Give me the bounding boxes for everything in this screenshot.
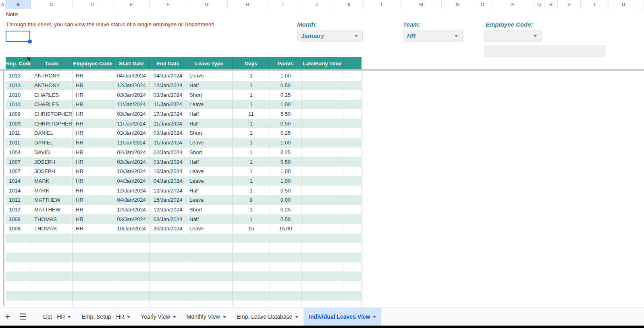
table-cell[interactable]: DAVID [31,148,73,157]
column-header-C[interactable]: C [31,0,73,9]
table-cell[interactable]: 1009 [6,119,31,128]
table-cell[interactable]: HR [73,90,113,100]
table-header-team[interactable]: Team [31,57,73,69]
table-cell[interactable]: Half [186,157,233,167]
table-cell[interactable] [270,234,301,243]
table-cell[interactable]: HR [73,128,113,138]
table-cell[interactable]: 10/Jan/2024 [113,167,150,176]
table-cell[interactable]: 11 [233,109,270,119]
table-cell[interactable] [6,234,31,243]
table-cell[interactable] [343,291,361,301]
column-header-L[interactable]: L [364,0,401,9]
table-cell[interactable] [301,71,343,81]
table-cell[interactable]: JOSEPH [31,167,73,176]
table-cell[interactable]: HR [73,167,113,176]
table-cell[interactable] [301,119,343,128]
column-header-J[interactable]: J [298,0,335,9]
table-cell[interactable] [343,176,361,186]
table-cell[interactable]: HR [73,100,113,109]
column-header-N[interactable]: N [442,0,473,9]
table-cell[interactable]: 15.00 [270,224,301,234]
table-cell[interactable]: 03/Jan/2024 [113,90,150,100]
table-cell[interactable]: 12/Jan/2024 [113,205,150,215]
table-cell[interactable] [31,301,73,306]
table-cell[interactable]: Leave [186,71,233,81]
table-cell[interactable] [31,253,73,262]
column-header-U[interactable]: U [609,0,638,9]
column-header-E[interactable]: E [113,0,150,9]
table-cell[interactable] [113,243,150,253]
table-cell[interactable]: 5.50 [270,109,301,119]
table-cell[interactable]: CHRISTOPHER [31,119,73,128]
table-cell[interactable]: 1 [233,100,270,109]
table-cell[interactable]: HR [73,148,113,157]
table-cell[interactable] [73,253,113,262]
table-cell[interactable] [301,81,343,90]
column-header-S[interactable]: S [558,0,581,9]
table-cell[interactable]: 03/Jan/2024 [150,214,186,224]
table-cell[interactable]: 1007 [6,157,31,167]
table-cell[interactable] [6,272,31,281]
column-header-Q[interactable]: Q [534,0,544,9]
table-cell[interactable]: 30/Jan/2024 [150,224,186,234]
table-cell[interactable]: 03/Jan/2024 [113,157,150,167]
table-cell[interactable] [301,214,343,224]
table-cell[interactable]: Half [186,186,233,195]
table-cell[interactable] [150,262,186,272]
table-cell[interactable]: HR [73,176,113,186]
table-cell[interactable]: Leave [186,195,233,205]
table-cell[interactable] [150,281,186,291]
table-cell[interactable]: 1012 [6,205,31,215]
table-cell[interactable] [343,148,361,157]
column-header-T[interactable]: T [581,0,609,9]
table-cell[interactable]: THOMAS [31,224,73,234]
table-cell[interactable]: HR [73,214,113,224]
table-cell[interactable]: 1 [233,205,270,215]
table-cell[interactable]: JOSEPH [31,157,73,167]
table-cell[interactable]: 15/Jan/2024 [150,195,186,205]
column-header-K[interactable]: K [335,0,364,9]
table-cell[interactable]: HR [73,71,113,81]
table-cell[interactable] [113,253,150,262]
table-cell[interactable] [301,195,343,205]
table-cell[interactable] [6,281,31,291]
table-cell[interactable] [150,243,186,253]
table-cell[interactable]: 1007 [6,167,31,176]
table-cell[interactable]: 1.00 [270,71,301,81]
table-cell[interactable]: 04/Jan/2024 [113,176,150,186]
table-cell[interactable]: MARK [31,186,73,195]
table-cell[interactable]: 0.50 [270,214,301,224]
table-cell[interactable] [31,272,73,281]
table-cell[interactable] [343,205,361,215]
table-cell[interactable]: HR [73,157,113,167]
table-cell[interactable]: HR [73,195,113,205]
table-cell[interactable]: 0.50 [270,186,301,195]
table-cell[interactable]: 12/Jan/2024 [113,186,150,195]
table-cell[interactable]: 1.00 [270,100,301,109]
table-cell[interactable] [113,262,150,272]
table-cell[interactable] [343,186,361,195]
table-cell[interactable]: Leave [186,138,233,148]
table-cell[interactable]: 11/Jan/2024 [150,138,186,148]
table-cell[interactable]: Short [186,205,233,215]
sheet-tab-emp-setup-hr[interactable]: Emp. Setup - HR [76,308,135,326]
table-cell[interactable]: 03/Jan/2024 [150,157,186,167]
table-cell[interactable]: 1 [233,186,270,195]
table-cell[interactable] [186,291,233,301]
table-cell[interactable] [343,81,361,90]
table-cell[interactable]: 11/Jan/2024 [150,119,186,128]
table-cell[interactable] [343,234,361,243]
table-cell[interactable]: 1 [233,128,270,138]
table-cell[interactable]: HR [73,109,113,119]
table-cell[interactable]: 17/Jan/2024 [150,109,186,119]
table-cell[interactable]: 1013 [6,71,31,81]
table-cell[interactable] [270,262,301,272]
table-cell[interactable]: Leave [186,100,233,109]
table-cell[interactable] [31,262,73,272]
table-cell[interactable]: 04/Jan/2024 [150,176,186,186]
table-cell[interactable]: 04/Jan/2024 [113,71,150,81]
table-cell[interactable] [6,253,31,262]
table-cell[interactable]: MATTHEW [31,195,73,205]
table-cell[interactable] [301,281,343,291]
table-cell[interactable]: 1009 [6,109,31,119]
